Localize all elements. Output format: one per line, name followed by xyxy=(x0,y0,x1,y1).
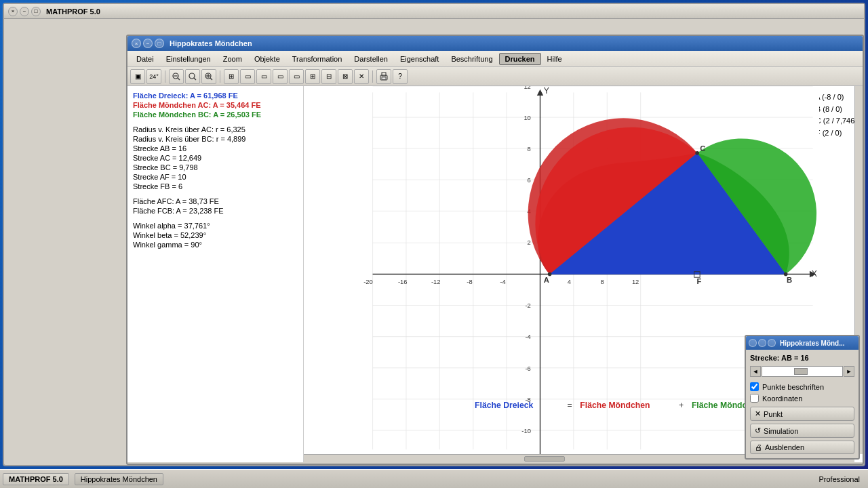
menu-beschriftung[interactable]: Beschriftung xyxy=(445,53,498,65)
svg-text:-6: -6 xyxy=(526,365,531,372)
minimize-button[interactable]: − xyxy=(20,7,29,16)
info-winkel-gamma: Winkel gamma = 90° xyxy=(133,241,298,249)
toolbar-zoom-in-btn[interactable] xyxy=(201,69,216,84)
svg-text:-12: -12 xyxy=(431,278,441,285)
maximize-button[interactable]: □ xyxy=(31,7,41,16)
toolbar-grid-btn[interactable]: ⊞ xyxy=(224,69,239,84)
hippo-maximize-button[interactable]: □ xyxy=(155,39,164,48)
info-strecke-ac: Strecke AC = 12,649 xyxy=(133,154,298,162)
popup-close-btn[interactable] xyxy=(749,339,757,347)
toolbar-zoom-out-btn[interactable] xyxy=(169,69,184,84)
info-strecke-af: Strecke AF = 10 xyxy=(133,173,298,181)
toolbar-rect2-btn[interactable]: ▭ xyxy=(256,69,271,84)
menu-einstellungen[interactable]: Einstellungen xyxy=(160,53,217,65)
svg-line-4 xyxy=(194,78,196,80)
svg-rect-11 xyxy=(382,77,386,79)
popup-content: Strecke: AB = 16 ◄ ► Punkte beschriften xyxy=(746,350,859,458)
hippo-close-button[interactable]: × xyxy=(132,39,141,48)
ausblenden-button[interactable]: 🖨 Ausblenden xyxy=(750,441,854,454)
hscroll-thumb[interactable] xyxy=(524,456,565,462)
svg-line-1 xyxy=(178,78,180,80)
svg-text:-20: -20 xyxy=(363,278,373,285)
taskbar-start[interactable]: MATHPROF 5.0 xyxy=(3,473,69,485)
svg-text:=: = xyxy=(567,401,572,410)
menu-drucken[interactable]: Drucken xyxy=(499,53,541,65)
menu-transformation[interactable]: Transformation xyxy=(286,53,349,65)
hippo-minimize-button[interactable]: − xyxy=(143,39,153,48)
hippo-window-title: Hippokrates Möndchen xyxy=(170,39,252,47)
popup-title: Hippokrates Mönd... xyxy=(780,340,845,347)
menu-eigenschaft[interactable]: Eigenschaft xyxy=(394,53,445,65)
info-sep3 xyxy=(133,216,298,222)
taskbar: MATHPROF 5.0 Hippokrates Möndchen Profes… xyxy=(0,469,868,488)
toolbar-select-btn[interactable]: ▣ xyxy=(130,69,145,84)
toolbar-angle-btn[interactable]: 24° xyxy=(146,69,161,84)
simulation-button[interactable]: ↺ Simulation xyxy=(750,424,854,438)
info-flaeche-fcb: Fläche FCB: A = 23,238 FE xyxy=(133,207,298,215)
punkt-button[interactable]: ✕ Punkt xyxy=(750,407,854,421)
toolbar-rect4-btn[interactable]: ▭ xyxy=(289,69,304,84)
main-window-controls: × − □ xyxy=(8,7,41,16)
svg-point-71 xyxy=(784,272,788,277)
info-winkel-alpha: Winkel alpha = 37,761° xyxy=(133,222,298,230)
toolbar-sep3 xyxy=(372,70,373,83)
svg-text:X: X xyxy=(812,269,817,279)
ausblenden-icon: 🖨 xyxy=(755,443,762,451)
menu-zoom[interactable]: Zoom xyxy=(217,53,248,65)
taskbar-window-item[interactable]: Hippokrates Möndchen xyxy=(75,473,163,485)
slider-thumb[interactable] xyxy=(794,368,808,375)
slider-right-arrow[interactable]: ► xyxy=(844,366,854,377)
punkt-label: Punkt xyxy=(764,410,783,418)
svg-text:Y: Y xyxy=(544,86,549,96)
menu-hilfe[interactable]: Hilfe xyxy=(541,53,568,65)
toolbar-print-btn[interactable] xyxy=(376,69,391,84)
svg-text:8: 8 xyxy=(528,145,531,152)
toolbar-zoom-btn[interactable] xyxy=(185,69,200,84)
toolbar-rect5-btn[interactable]: ⊞ xyxy=(305,69,320,84)
slider-left-arrow[interactable]: ◄ xyxy=(750,366,761,377)
toolbar-rect1-btn[interactable]: ▭ xyxy=(240,69,255,84)
simulation-icon: ↺ xyxy=(755,426,761,435)
popup-controls xyxy=(749,339,776,347)
edition-label: Professional xyxy=(818,475,860,483)
taskbar-window-label: Hippokrates Möndchen xyxy=(81,475,157,483)
menubar: Datei Einstellungen Zoom Objekte Transfo… xyxy=(127,51,863,67)
svg-text:10: 10 xyxy=(524,114,530,121)
menu-darstellen[interactable]: Darstellen xyxy=(348,53,394,65)
taskbar-edition: Professional xyxy=(818,475,865,483)
toolbar-help-btn[interactable]: ? xyxy=(393,69,408,84)
popup-max-btn[interactable] xyxy=(768,339,776,347)
svg-text:-4: -4 xyxy=(500,278,505,285)
toolbar-cross2-btn[interactable]: ✕ xyxy=(354,69,369,84)
svg-text:Fläche Dreieck: Fläche Dreieck xyxy=(475,401,533,410)
svg-point-70 xyxy=(548,272,552,277)
toolbar-cross1-btn[interactable]: ⊠ xyxy=(338,69,353,84)
svg-text:12: 12 xyxy=(524,86,530,90)
popup-buttons: ✕ Punkt ↺ Simulation 🖨 Ausblenden xyxy=(750,407,854,454)
toolbar-minus-btn[interactable]: ⊟ xyxy=(321,69,336,84)
graph-area: Punkt A (-8 / 0) Punkt B (8 / 0) Punkt C… xyxy=(304,86,863,462)
hippo-window-controls: × − □ xyxy=(132,39,164,48)
svg-text:6: 6 xyxy=(528,176,531,184)
simulation-label: Simulation xyxy=(764,427,798,435)
svg-text:-8: -8 xyxy=(467,278,472,285)
ausblenden-label: Ausblenden xyxy=(765,443,804,451)
svg-text:-10: -10 xyxy=(521,427,531,434)
toolbar-rect3-btn[interactable]: ▭ xyxy=(273,69,288,84)
info-strecke-fb: Strecke FB = 6 xyxy=(133,182,298,190)
info-strecke-ab: Strecke AB = 16 xyxy=(133,144,298,152)
popup-min-btn[interactable] xyxy=(758,339,766,347)
slider-track[interactable] xyxy=(762,366,843,377)
menu-datei[interactable]: Datei xyxy=(130,53,160,65)
menu-objekte[interactable]: Objekte xyxy=(248,53,286,65)
close-button[interactable]: × xyxy=(8,7,18,16)
checkbox-punkte[interactable] xyxy=(750,382,759,391)
checkbox-punkte-label: Punkte beschriften xyxy=(762,383,824,391)
toolbar-sep1 xyxy=(165,70,165,83)
checkbox-koordinaten[interactable] xyxy=(750,394,759,403)
info-radius-bc: Radius v. Kreis über BC: r = 4,899 xyxy=(133,135,298,143)
main-window-title: MATHPROF 5.0 xyxy=(46,7,100,16)
svg-text:+: + xyxy=(679,401,684,410)
popup-slider-container: ◄ ► xyxy=(750,366,854,377)
svg-text:A: A xyxy=(544,276,549,284)
